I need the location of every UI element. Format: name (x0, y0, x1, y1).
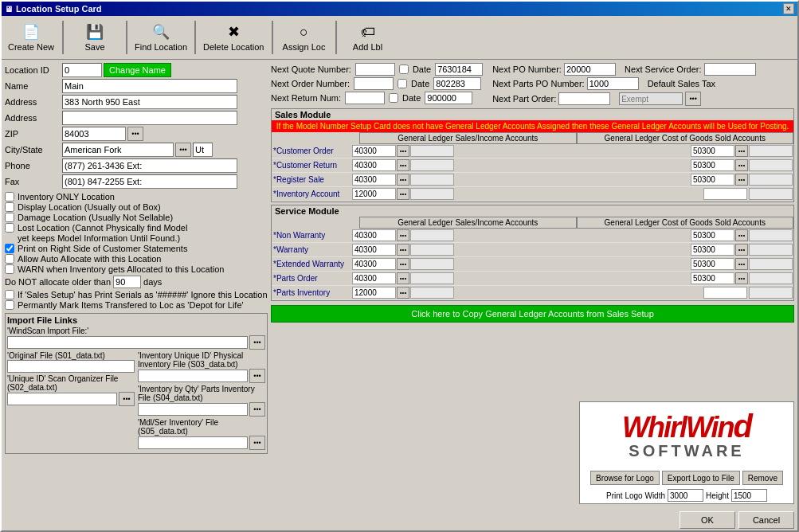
gl-sales-input[interactable] (352, 145, 396, 157)
gl-cogs-input2[interactable] (749, 272, 793, 284)
gl-cogs-dots[interactable]: ••• (735, 174, 748, 186)
zip-dots-button[interactable]: ••• (127, 127, 143, 141)
gl-cogs-input2[interactable] (749, 188, 793, 200)
next-part-input[interactable] (558, 92, 610, 105)
gl-sales-dots[interactable]: ••• (397, 258, 409, 270)
damage-checkbox[interactable] (5, 213, 14, 222)
exempt-input[interactable] (619, 92, 683, 105)
date-quote-checkbox[interactable] (399, 65, 409, 74)
zip-input[interactable] (62, 127, 126, 141)
original-input[interactable] (7, 360, 135, 373)
gl-sales-input[interactable] (352, 244, 396, 256)
date-order-checkbox[interactable] (398, 79, 407, 88)
mdl-ser-dots-button[interactable]: ••• (249, 436, 265, 450)
gl-cogs-input2[interactable] (749, 145, 793, 157)
fax-input[interactable] (62, 174, 237, 189)
gl-cogs-input[interactable] (703, 287, 747, 299)
gl-sales-input2[interactable] (410, 174, 454, 186)
next-return-input[interactable] (345, 92, 385, 104)
gl-sales-dots[interactable]: ••• (397, 174, 409, 186)
address2-input[interactable] (62, 111, 237, 125)
gl-sales-input[interactable] (352, 229, 396, 241)
gl-sales-dots[interactable]: ••• (397, 287, 409, 299)
gl-cogs-input[interactable] (691, 229, 734, 241)
gl-sales-input2[interactable] (410, 229, 454, 241)
inventory-unique-input[interactable] (138, 370, 248, 382)
gl-cogs-input[interactable] (691, 145, 734, 157)
inventory-qty-input[interactable] (138, 403, 248, 416)
gl-cogs-dots[interactable]: ••• (735, 244, 748, 256)
phone-input[interactable] (62, 158, 237, 173)
print-right-checkbox[interactable] (5, 244, 14, 253)
warn-checkbox[interactable] (5, 264, 14, 274)
serials-checkbox[interactable] (5, 290, 14, 299)
gl-cogs-input[interactable] (691, 272, 734, 284)
mdl-ser-input[interactable] (138, 436, 248, 449)
auto-allocate-checkbox[interactable] (5, 254, 14, 264)
gl-sales-dots[interactable]: ••• (397, 159, 409, 171)
gl-sales-input[interactable] (352, 159, 396, 171)
copy-gl-button[interactable]: Click here to Copy General Ledger Accoun… (271, 305, 794, 323)
city-dots-button[interactable]: ••• (175, 143, 191, 157)
gl-cogs-input[interactable] (691, 174, 734, 186)
depot-checkbox[interactable] (5, 300, 14, 310)
gl-sales-input2[interactable] (410, 159, 454, 171)
gl-cogs-input[interactable] (691, 258, 734, 270)
gl-sales-input[interactable] (352, 287, 396, 299)
unique-scan-input[interactable] (7, 393, 117, 405)
print-width-input[interactable] (668, 489, 703, 502)
gl-cogs-dots[interactable]: ••• (735, 159, 748, 171)
gl-cogs-input2[interactable] (749, 244, 793, 256)
next-po-input[interactable] (564, 63, 616, 76)
gl-cogs-input2[interactable] (749, 229, 793, 241)
gl-cogs-dots[interactable]: ••• (735, 258, 748, 270)
gl-cogs-input2[interactable] (749, 258, 793, 270)
windscan-input[interactable] (7, 336, 248, 349)
gl-sales-input[interactable] (352, 188, 396, 200)
unique-scan-dots-button[interactable]: ••• (119, 392, 135, 406)
display-checkbox[interactable] (5, 202, 14, 212)
gl-cogs-input[interactable] (703, 188, 747, 200)
state-input[interactable] (193, 143, 213, 157)
gl-cogs-input2[interactable] (749, 159, 793, 171)
height-input[interactable] (731, 489, 767, 502)
save-button[interactable]: 💾 Save (67, 18, 123, 57)
date-quote-input[interactable] (435, 63, 483, 76)
cancel-button[interactable]: Cancel (738, 511, 794, 529)
change-name-button[interactable]: Change Name (104, 63, 171, 77)
remove-logo-button[interactable]: Remove (742, 471, 783, 485)
location-id-input[interactable] (62, 63, 102, 77)
windscan-dots-button[interactable]: ••• (249, 335, 265, 350)
inventory-only-checkbox[interactable] (5, 192, 14, 201)
gl-sales-input[interactable] (352, 272, 396, 284)
gl-sales-input2[interactable] (410, 244, 454, 256)
gl-sales-input2[interactable] (410, 287, 454, 299)
allocate-input[interactable] (113, 276, 141, 288)
delete-location-button[interactable]: ✖ Delete Location (199, 18, 268, 57)
gl-cogs-input[interactable] (691, 159, 734, 171)
gl-cogs-input2[interactable] (749, 174, 793, 186)
gl-sales-input2[interactable] (410, 188, 454, 200)
gl-sales-input2[interactable] (410, 145, 454, 157)
address-input[interactable] (62, 95, 237, 109)
date-return-input[interactable] (425, 92, 472, 104)
gl-sales-input2[interactable] (410, 258, 454, 270)
browse-logo-button[interactable]: Browse for Logo (590, 471, 660, 485)
gl-cogs-dots[interactable]: ••• (735, 272, 748, 284)
gl-sales-input2[interactable] (410, 272, 454, 284)
gl-sales-dots[interactable]: ••• (397, 272, 409, 284)
next-service-input[interactable] (704, 63, 756, 76)
date-order-input[interactable] (433, 77, 481, 90)
gl-cogs-dots[interactable]: ••• (735, 145, 748, 157)
gl-sales-dots[interactable]: ••• (397, 188, 409, 200)
gl-sales-dots[interactable]: ••• (397, 145, 409, 157)
gl-sales-dots[interactable]: ••• (397, 244, 409, 256)
find-location-button[interactable]: 🔍 Find Location (131, 18, 191, 57)
export-logo-button[interactable]: Export Logo to File (662, 471, 740, 485)
next-quote-input[interactable] (355, 63, 395, 76)
city-input[interactable] (62, 143, 174, 157)
gl-sales-dots[interactable]: ••• (397, 229, 409, 241)
ok-button[interactable]: OK (680, 511, 735, 529)
gl-sales-input[interactable] (352, 174, 396, 186)
assign-loc-button[interactable]: ○ Assign Loc (276, 18, 332, 57)
